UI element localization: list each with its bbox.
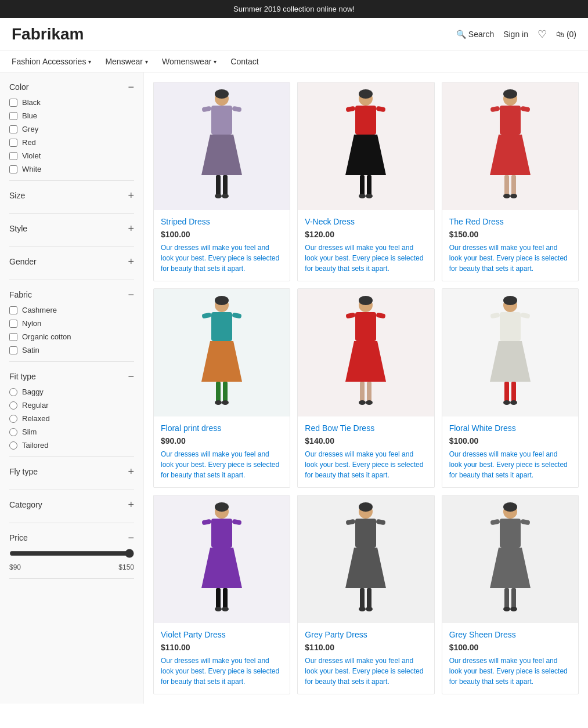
- filter-style-header[interactable]: Style +: [9, 223, 134, 234]
- svg-rect-63: [202, 519, 212, 526]
- filter-option-tailored[interactable]: Tailored: [9, 441, 134, 450]
- fit-baggy-radio[interactable]: [9, 388, 17, 396]
- filter-fabric-title: Fabric: [9, 290, 32, 299]
- dress-illustration: [481, 88, 539, 204]
- nav-menswear[interactable]: Menswear ▾: [105, 57, 148, 66]
- product-card[interactable]: The Red Dress $150.00 Our dresses will m…: [442, 82, 579, 281]
- svg-rect-27: [511, 175, 516, 195]
- product-name[interactable]: Floral print dress: [161, 423, 283, 433]
- product-info: Grey Sheen Dress $100.00 Our dresses wil…: [442, 623, 578, 694]
- svg-rect-23: [490, 106, 500, 113]
- product-card[interactable]: V-Neck Dress $120.00 Our dresses will ma…: [297, 82, 434, 281]
- filter-fit-type-title: Fit type: [9, 372, 36, 381]
- product-name[interactable]: Floral White Dress: [449, 423, 571, 433]
- svg-point-58: [503, 400, 510, 405]
- product-card[interactable]: Floral White Dress $100.00 Our dresses w…: [442, 288, 579, 488]
- fabric-satin-checkbox[interactable]: [9, 346, 17, 354]
- color-blue-checkbox[interactable]: [9, 112, 17, 120]
- product-name[interactable]: The Red Dress: [449, 217, 571, 226]
- product-card[interactable]: Grey Sheen Dress $100.00 Our dresses wil…: [442, 495, 579, 694]
- product-description: Our dresses will make you feel and look …: [449, 242, 571, 274]
- price-slider[interactable]: [9, 549, 134, 558]
- product-info: Violet Party Dress $110.00 Our dresses w…: [154, 623, 290, 694]
- filter-option-satin[interactable]: Satin: [9, 346, 134, 354]
- filter-style: Style +: [9, 223, 134, 247]
- filter-gender-toggle: +: [128, 256, 134, 267]
- filter-size-header[interactable]: Size +: [9, 190, 134, 201]
- product-card[interactable]: Violet Party Dress $110.00 Our dresses w…: [153, 495, 290, 694]
- product-name[interactable]: Grey Sheen Dress: [449, 630, 571, 639]
- color-violet-checkbox[interactable]: [9, 152, 17, 160]
- filter-option-regular[interactable]: Regular: [9, 401, 134, 410]
- fit-slim-radio[interactable]: [9, 428, 17, 436]
- svg-rect-4: [232, 106, 242, 113]
- filter-option-cashmere[interactable]: Cashmere: [9, 306, 134, 314]
- product-name[interactable]: Grey Party Dress: [305, 630, 427, 639]
- nav-womenswear[interactable]: Womenswear ▾: [162, 57, 217, 66]
- product-name[interactable]: V-Neck Dress: [305, 217, 427, 226]
- svg-rect-56: [504, 382, 509, 402]
- filter-option-blue[interactable]: Blue: [9, 111, 134, 120]
- nav-fashion-accessories[interactable]: Fashion Accessories ▾: [12, 57, 91, 66]
- filter-fit-type-header[interactable]: Fit type −: [9, 371, 134, 382]
- color-white-checkbox[interactable]: [9, 165, 17, 173]
- filter-option-violet[interactable]: Violet: [9, 151, 134, 160]
- product-description: Our dresses will make you feel and look …: [305, 242, 427, 274]
- color-black-checkbox[interactable]: [9, 99, 17, 107]
- svg-rect-84: [520, 519, 530, 526]
- filter-fly-type-header[interactable]: Fly type +: [9, 466, 134, 477]
- svg-point-59: [510, 400, 517, 405]
- nav-fashion-accessories-label: Fashion Accessories: [12, 57, 86, 66]
- dress-illustration: [337, 501, 395, 617]
- filter-fit-type: Fit type − Baggy Regular Relaxed: [9, 371, 134, 457]
- filter-option-nylon[interactable]: Nylon: [9, 319, 134, 328]
- search-button[interactable]: 🔍 Search: [456, 30, 494, 39]
- product-name[interactable]: Violet Party Dress: [161, 630, 283, 639]
- filter-option-organic-cotton[interactable]: Organic cotton: [9, 332, 134, 341]
- product-card[interactable]: Floral print dress $90.00 Our dresses wi…: [153, 288, 290, 488]
- filter-option-baggy[interactable]: Baggy: [9, 387, 134, 396]
- svg-rect-16: [360, 175, 365, 195]
- filter-option-white[interactable]: White: [9, 165, 134, 173]
- filter-category-header[interactable]: Category +: [9, 499, 134, 510]
- dress-illustration: [481, 295, 539, 411]
- product-price: $100.00: [449, 436, 571, 446]
- logo[interactable]: Fabrikam: [12, 25, 456, 44]
- fit-tailored-label: Tailored: [22, 441, 49, 450]
- filter-fabric-header[interactable]: Fabric −: [9, 289, 134, 300]
- svg-rect-3: [202, 106, 212, 113]
- svg-rect-67: [223, 588, 228, 609]
- filter-color-header[interactable]: Color −: [9, 82, 134, 92]
- svg-rect-46: [360, 382, 365, 402]
- filter-option-slim[interactable]: Slim: [9, 428, 134, 436]
- filter-option-red[interactable]: Red: [9, 138, 134, 147]
- filter-option-relaxed[interactable]: Relaxed: [9, 414, 134, 423]
- fabric-nylon-checkbox[interactable]: [9, 320, 17, 328]
- fit-relaxed-radio[interactable]: [9, 415, 17, 423]
- fit-tailored-radio[interactable]: [9, 441, 17, 450]
- filter-option-grey[interactable]: Grey: [9, 125, 134, 133]
- svg-rect-44: [376, 313, 386, 319]
- fabric-cashmere-checkbox[interactable]: [9, 306, 17, 314]
- product-image: [154, 82, 290, 210]
- top-banner: Summer 2019 collection online now!: [0, 0, 588, 18]
- product-name[interactable]: Red Bow Tie Dress: [305, 423, 427, 433]
- svg-rect-47: [367, 382, 371, 402]
- filter-price-header[interactable]: Price −: [9, 533, 134, 543]
- color-grey-checkbox[interactable]: [9, 125, 17, 133]
- product-name[interactable]: Striped Dress: [161, 217, 283, 226]
- fit-regular-radio[interactable]: [9, 401, 17, 410]
- cart-button[interactable]: 🛍 (0): [556, 30, 576, 39]
- product-card[interactable]: Red Bow Tie Dress $140.00 Our dresses wi…: [297, 288, 434, 488]
- wishlist-button[interactable]: ♡: [538, 28, 547, 41]
- signin-button[interactable]: Sign in: [503, 30, 528, 39]
- product-card[interactable]: Grey Party Dress $110.00 Our dresses wil…: [297, 495, 434, 694]
- svg-marker-5: [201, 135, 242, 175]
- nav-contact[interactable]: Contact: [230, 57, 258, 66]
- fabric-organic-cotton-checkbox[interactable]: [9, 333, 17, 341]
- product-card[interactable]: Striped Dress $100.00 Our dresses will m…: [153, 82, 290, 281]
- chevron-down-icon: ▾: [214, 59, 217, 65]
- color-red-checkbox[interactable]: [9, 139, 17, 147]
- filter-option-black[interactable]: Black: [9, 98, 134, 107]
- filter-gender-header[interactable]: Gender +: [9, 256, 134, 267]
